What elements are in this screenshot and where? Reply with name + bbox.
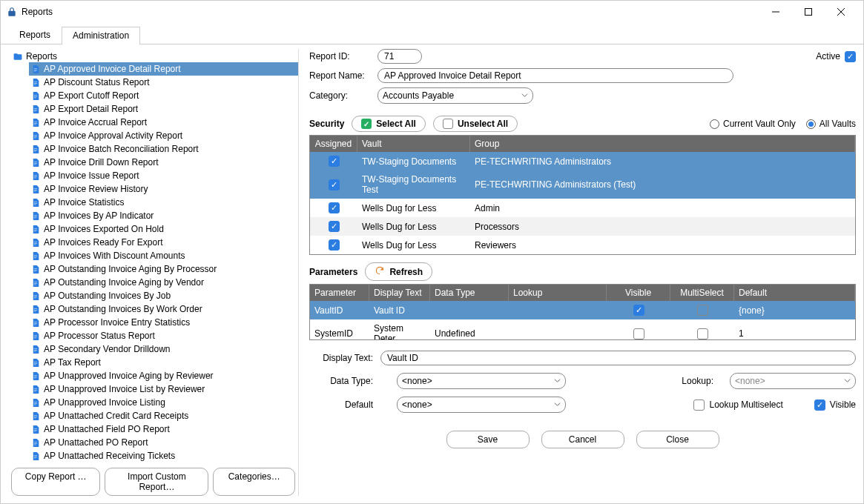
tree-item[interactable]: AP Unattached Field PO Report xyxy=(29,422,298,436)
col-lookup[interactable]: Lookup xyxy=(509,285,607,301)
col-default[interactable]: Default xyxy=(734,285,855,301)
tree-item[interactable]: AP Unattached PO Report xyxy=(29,436,298,449)
import-custom-report-button[interactable]: Import Custom Report… xyxy=(105,468,208,496)
category-value: Accounts Payable xyxy=(383,90,454,101)
scope-current-vault-radio[interactable]: Current Vault Only xyxy=(710,119,796,129)
assigned-checkbox[interactable] xyxy=(329,239,340,251)
tree-item[interactable]: AP Invoice Drill Down Report xyxy=(29,156,298,169)
parameter-row[interactable]: VaultIDVault ID{none} xyxy=(310,301,855,319)
minimize-button[interactable] xyxy=(759,1,792,22)
security-row[interactable]: Wells Dug for LessProcessors xyxy=(310,217,855,236)
tree-item[interactable]: AP Unapproved Invoice Listing xyxy=(29,396,298,409)
tree-item-label: AP Export Cutoff Report xyxy=(44,90,139,102)
assigned-checkbox[interactable] xyxy=(329,179,340,190)
col-parameter[interactable]: Parameter xyxy=(310,285,369,301)
report-id-input[interactable] xyxy=(377,49,422,64)
tree-item[interactable]: AP Invoice Statistics xyxy=(29,196,298,209)
tree-item[interactable]: AP Secondary Vendor Drilldown xyxy=(29,342,298,356)
category-select[interactable]: Accounts Payable xyxy=(377,87,533,104)
copy-report-button[interactable]: Copy Report … xyxy=(11,468,100,496)
tree-item[interactable]: AP Tax Report xyxy=(29,356,298,369)
col-assigned[interactable]: Assigned xyxy=(310,136,357,152)
report-name-input[interactable] xyxy=(377,68,733,83)
visible-cell-checkbox[interactable] xyxy=(633,328,644,339)
tree-item[interactable]: AP Invoice Issue Report xyxy=(29,169,298,182)
tree-item[interactable]: AP Invoices By AP Indicator xyxy=(29,209,298,222)
col-datatype[interactable]: Data Type xyxy=(430,285,509,301)
tree-item[interactable]: AP Export Detail Report xyxy=(29,102,298,116)
default-select[interactable]: <none> xyxy=(397,397,566,413)
multiselect-cell-checkbox[interactable] xyxy=(697,305,708,316)
assigned-checkbox[interactable] xyxy=(329,156,340,167)
visible-checkbox[interactable]: Visible xyxy=(814,399,856,411)
active-checkbox[interactable] xyxy=(845,51,856,62)
tree-item-label: AP Unapproved Invoice List by Reviewer xyxy=(44,383,205,395)
tree-item[interactable]: AP Outstanding Invoices By Job xyxy=(29,289,298,302)
multiselect-cell-checkbox[interactable] xyxy=(697,328,708,339)
tree-item[interactable]: AP Invoices Ready For Export xyxy=(29,236,298,249)
save-button[interactable]: Save xyxy=(446,431,530,448)
tree-item-label: AP Processor Invoice Entry Statistics xyxy=(44,316,190,328)
group-cell: PE-TECHWRITING Administrators xyxy=(470,155,855,168)
tab-administration[interactable]: Administration xyxy=(62,27,140,44)
security-row[interactable]: TW-Staging Documents TestPE-TECHWRITING … xyxy=(310,170,855,199)
assigned-checkbox[interactable] xyxy=(329,221,340,232)
assigned-checkbox[interactable] xyxy=(329,202,340,213)
lookup-select[interactable]: <none> xyxy=(730,373,856,389)
refresh-button[interactable]: Refresh xyxy=(365,262,432,281)
tree-item[interactable]: AP Invoice Approval Activity Report xyxy=(29,129,298,142)
scope-all-vaults-radio[interactable]: All Vaults xyxy=(806,119,856,129)
tree-item[interactable]: AP Approved Invoice Detail Report xyxy=(29,62,298,76)
tree-item[interactable]: AP Discount Status Report xyxy=(29,76,298,89)
parameter-row[interactable]: SystemIDSystem DeterUndefined1 xyxy=(310,319,855,339)
tree-item[interactable]: AP Invoices With Discount Amounts xyxy=(29,249,298,262)
tab-reports[interactable]: Reports xyxy=(8,26,62,44)
col-visible[interactable]: Visible xyxy=(607,285,670,301)
tree-item[interactable]: AP Export Cutoff Report xyxy=(29,89,298,102)
tree-item-label: AP Invoice Statistics xyxy=(44,196,125,208)
tree-item[interactable]: AP Invoices Exported On Hold xyxy=(29,222,298,236)
tree-item[interactable]: AP Unattached Credit Card Receipts xyxy=(29,409,298,422)
select-all-button[interactable]: Select All xyxy=(352,116,426,132)
datatype-select[interactable]: <none> xyxy=(397,373,566,389)
document-icon xyxy=(30,198,41,208)
display-text-input[interactable] xyxy=(380,351,856,365)
tree-item[interactable]: AP Processor Status Report xyxy=(29,329,298,342)
tree-item[interactable]: AP Unapproved Invoice Aging by Reviewer xyxy=(29,369,298,382)
col-display[interactable]: Display Text xyxy=(369,285,430,301)
tree-item[interactable]: AP Unattached Receiving Tickets xyxy=(29,449,298,462)
chevron-down-icon xyxy=(554,399,561,410)
tree-item[interactable]: AP Processor Invoice Entry Statistics xyxy=(29,316,298,329)
tree-item[interactable]: AP Invoice Batch Reconciliation Report xyxy=(29,142,298,156)
default-label: Default xyxy=(309,399,373,410)
document-icon xyxy=(30,345,41,354)
col-vault[interactable]: Vault xyxy=(357,136,470,152)
tree-item[interactable]: AP Unapproved Invoice List by Reviewer xyxy=(29,382,298,396)
tree-item-label: AP Invoice Drill Down Report xyxy=(44,156,159,168)
document-icon xyxy=(30,131,41,141)
col-multiselect[interactable]: MultiSelect xyxy=(670,285,734,301)
tree-item[interactable]: AP Invoice Accrual Report xyxy=(29,116,298,129)
lookup-multiselect-checkbox[interactable]: Lookup Multiselect xyxy=(693,399,782,411)
close-window-button[interactable] xyxy=(825,1,857,22)
document-icon xyxy=(30,398,41,408)
unselect-all-button[interactable]: Unselect All xyxy=(433,116,518,132)
col-group[interactable]: Group xyxy=(470,136,855,152)
visible-cell-checkbox[interactable] xyxy=(633,305,644,316)
tree-item[interactable]: AP Outstanding Invoice Aging By Processo… xyxy=(29,262,298,276)
tree-item[interactable]: AP Outstanding Invoices By Work Order xyxy=(29,302,298,316)
cancel-button[interactable]: Cancel xyxy=(541,431,624,448)
close-button[interactable]: Close xyxy=(636,431,719,448)
tree-root[interactable]: Reports xyxy=(13,50,298,62)
security-row[interactable]: Wells Dug for LessAdmin xyxy=(310,199,855,217)
tree-item[interactable]: AP Outstanding Invoice Aging by Vendor xyxy=(29,276,298,289)
categories-button[interactable]: Categories… xyxy=(213,468,295,496)
svg-rect-1 xyxy=(805,9,812,16)
lookup-label: Lookup: xyxy=(682,376,713,386)
tree-item[interactable]: AP Invoice Review History xyxy=(29,182,298,196)
reports-tree[interactable]: Reports AP Approved Invoice Detail Repor… xyxy=(8,49,298,462)
security-row[interactable]: TW-Staging DocumentsPE-TECHWRITING Admin… xyxy=(310,152,855,170)
maximize-button[interactable] xyxy=(792,1,825,22)
document-icon xyxy=(30,211,41,221)
security-row[interactable]: Wells Dug for LessReviewers xyxy=(310,236,855,254)
